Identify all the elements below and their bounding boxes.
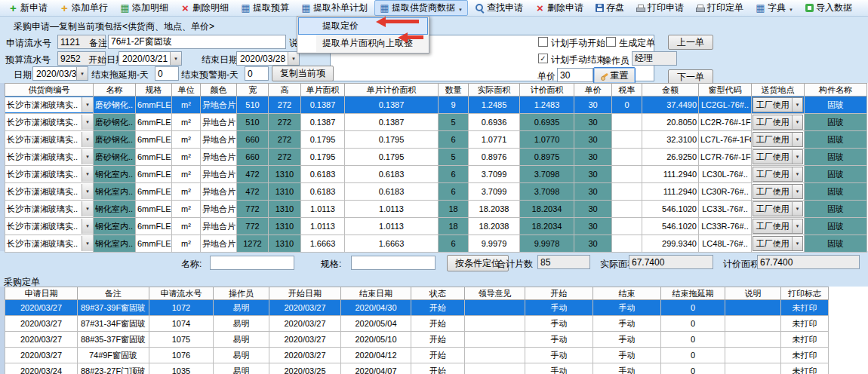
supplier-combobox[interactable]: 长沙市潇湘玻璃实.. [5, 236, 93, 251]
grid-cell[interactable]: 0.6183 [301, 183, 345, 201]
grid-cell[interactable]: 异地合片 [201, 166, 237, 183]
grid-cell[interactable]: 0 [612, 97, 642, 114]
column-header[interactable]: 实际面积 [469, 84, 520, 97]
table-row[interactable]: 2020/03/2788#35-37F窗固玻1075易明2020/03/2720… [5, 332, 829, 348]
dropdown-arrow-icon[interactable] [792, 237, 802, 250]
grid-cell[interactable]: m² [172, 114, 201, 131]
grid-cell[interactable]: 6mmFLE.. [136, 235, 172, 253]
grid-cell[interactable]: 6mmFLE.. [136, 183, 172, 201]
dropdown-arrow-icon[interactable] [82, 219, 93, 234]
grid-cell[interactable]: 772 [237, 218, 269, 235]
grid-cell[interactable]: 6mmFLE.. [136, 201, 172, 218]
column-header[interactable]: 窗型代码 [699, 84, 752, 97]
grid-cell[interactable] [612, 131, 642, 149]
column-header[interactable]: 领导意见 [465, 287, 525, 300]
name-filter-input[interactable] [210, 256, 294, 270]
toolbar-button[interactable]: 查找申请 [469, 0, 528, 16]
grid-cell[interactable]: LC33R-76#.. [699, 218, 752, 235]
delivery-location-dropdown[interactable]: 工厂使用 [753, 236, 803, 251]
grid-cell[interactable]: 1.0770 [520, 131, 574, 149]
grid-cell[interactable]: 89#37-39F窗固玻 [78, 300, 149, 316]
grid-cell[interactable]: 异地合片 [201, 183, 237, 201]
grid-cell[interactable]: m² [172, 201, 201, 218]
grid-cell[interactable]: 手动 [593, 363, 661, 374]
supplier-combobox[interactable]: 长沙市潇湘玻璃实.. [5, 115, 93, 130]
previous-order-button[interactable]: 上一单 [668, 35, 713, 50]
grid-cell[interactable]: 88#35-37F窗固玻 [78, 332, 149, 348]
grid-cell[interactable]: 易明 [214, 316, 269, 332]
column-header[interactable]: 单片计价面积 [345, 84, 439, 97]
grid-cell[interactable]: 未打印 [781, 348, 829, 363]
grid-cell[interactable]: 2020/03/27 [269, 348, 341, 363]
table-row[interactable]: 长沙市潇湘玻璃实..磨砂钢化..6mmFLE..m²异地合片5102720.13… [5, 114, 867, 131]
grid-cell[interactable]: 9.9978 [520, 235, 574, 253]
grid-cell[interactable]: 30 [574, 166, 612, 183]
grid-cell[interactable]: 手动 [525, 363, 593, 374]
grid-cell[interactable]: 1.0113 [301, 201, 345, 218]
grid-cell[interactable]: 18 [439, 201, 469, 218]
date-combobox[interactable]: 2020/03/31 [32, 66, 88, 81]
grid-cell[interactable]: 1310 [269, 218, 301, 235]
grid-cell[interactable]: 工厂使用 [752, 235, 805, 253]
grid-cell[interactable]: 30 [574, 235, 612, 253]
grid-cell[interactable]: 6mmFLE.. [136, 218, 172, 235]
grid-cell[interactable]: 固玻 [805, 235, 867, 253]
delivery-location-dropdown[interactable]: 工厂使用 [753, 132, 803, 147]
grid-cell[interactable]: 2020/03/27 [269, 316, 341, 332]
grid-cell[interactable] [612, 218, 642, 235]
grid-cell[interactable]: LC48L-76#.. [699, 235, 752, 253]
grid-cell[interactable]: 固玻 [805, 201, 867, 218]
grid-cell[interactable] [612, 166, 642, 183]
grid-cell[interactable]: 5 [439, 114, 469, 131]
grid-cell[interactable] [725, 332, 781, 348]
grid-cell[interactable]: 1310 [269, 235, 301, 253]
dropdown-arrow-icon[interactable] [792, 185, 802, 198]
grid-cell[interactable]: 1.0771 [469, 131, 520, 149]
grid-cell[interactable]: 88#23-27F门顶玻 [78, 363, 149, 374]
grid-cell[interactable]: 钢化室内.. [94, 166, 136, 183]
grid-cell[interactable]: 1.0113 [345, 218, 439, 235]
column-header[interactable]: 备注 [78, 287, 149, 300]
grid-cell[interactable]: 固玻 [805, 131, 867, 149]
grid-cell[interactable]: 长沙市潇湘玻璃实.. [5, 201, 94, 218]
dropdown-arrow-icon[interactable] [82, 167, 93, 182]
column-header[interactable]: 单位 [172, 84, 201, 97]
table-row[interactable]: 2020/03/2789#37-39F窗固玻1072易明2020/03/2720… [5, 300, 829, 316]
grid-cell[interactable]: 510 [237, 114, 269, 131]
grid-cell[interactable]: 钢化室内.. [94, 201, 136, 218]
dropdown-arrow-icon[interactable] [792, 115, 802, 129]
column-header[interactable]: 送货地点 [752, 84, 805, 97]
grid-cell[interactable]: m² [172, 218, 201, 235]
generate-order-checkbox[interactable] [606, 37, 616, 47]
grid-cell[interactable]: 30 [574, 97, 612, 114]
grid-cell[interactable]: 2020/03/27 [5, 332, 78, 348]
supplier-combobox[interactable]: 长沙市潇湘玻璃实.. [5, 132, 93, 147]
grid-cell[interactable]: 固玻 [805, 97, 867, 114]
column-header[interactable]: 金额 [642, 84, 699, 97]
grid-cell[interactable]: 5 [439, 149, 469, 166]
grid-cell[interactable]: 0 [661, 348, 725, 363]
toolbar-button[interactable]: 新申请 [3, 0, 53, 16]
start-date-combobox[interactable]: 2020/03/21 [119, 51, 182, 66]
grid-cell[interactable]: 2020/04/30 [341, 300, 411, 316]
delivery-location-dropdown[interactable]: 工厂使用 [753, 184, 803, 199]
dropdown-arrow-icon[interactable] [792, 167, 802, 181]
grid-cell[interactable]: 3.7098 [520, 166, 574, 183]
grid-cell[interactable] [725, 363, 781, 374]
grid-cell[interactable]: 30 [574, 201, 612, 218]
dropdown-arrow-icon[interactable] [82, 184, 93, 199]
grid-cell[interactable]: 0 [661, 363, 725, 374]
grid-cell[interactable]: 272 [269, 114, 301, 131]
grid-cell[interactable] [612, 183, 642, 201]
grid-cell[interactable]: 2020/03/27 [5, 316, 78, 332]
dropdown-arrow-icon[interactable] [288, 52, 299, 65]
delivery-location-dropdown[interactable]: 工厂使用 [753, 201, 803, 216]
column-header[interactable]: 申请日期 [5, 287, 78, 300]
grid-cell[interactable]: 2020/03/25 [269, 363, 341, 374]
dropdown-arrow-icon[interactable] [82, 149, 93, 164]
grid-cell[interactable]: 2020/05/10 [341, 332, 411, 348]
grid-cell[interactable]: 0.6183 [345, 183, 439, 201]
grid-cell[interactable]: m² [172, 235, 201, 253]
dropdown-arrow-icon[interactable] [792, 133, 802, 146]
grid-cell[interactable]: 工厂使用 [752, 166, 805, 183]
